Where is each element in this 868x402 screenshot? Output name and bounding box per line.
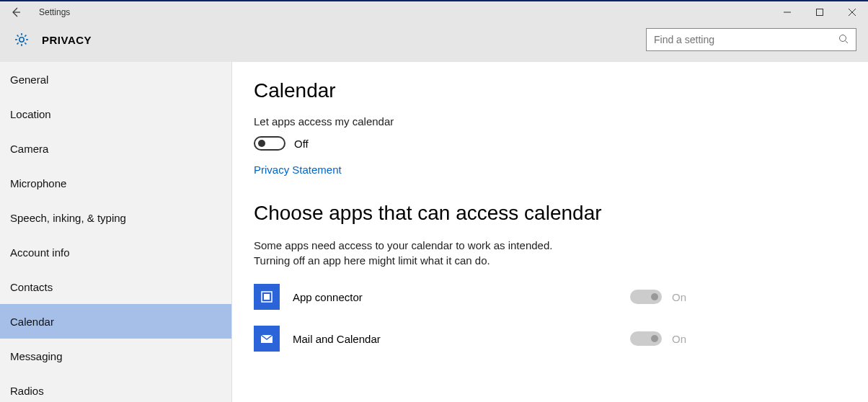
toggle-knob <box>258 140 265 147</box>
sidebar-item-general[interactable]: General <box>0 62 231 97</box>
app-row-connector: App connector On <box>254 284 846 310</box>
desc-line1: Some apps need access to your calendar t… <box>254 239 552 251</box>
privacy-statement-link[interactable]: Privacy Statement <box>254 164 342 176</box>
svg-rect-4 <box>264 294 270 300</box>
sidebar-item-radios[interactable]: Radios <box>0 373 231 402</box>
minimize-button[interactable] <box>771 1 803 23</box>
gear-icon <box>12 30 32 50</box>
window-controls <box>771 1 868 23</box>
access-label: Let apps access my calendar <box>254 115 846 128</box>
sidebar-item-location[interactable]: Location <box>0 97 231 131</box>
sidebar: General Location Camera Microphone Speec… <box>0 62 232 402</box>
sidebar-item-label: Contacts <box>10 281 53 293</box>
sidebar-item-account[interactable]: Account info <box>0 235 231 269</box>
mail-toggle[interactable] <box>630 331 662 346</box>
search-input[interactable] <box>654 34 838 45</box>
main-panel: Calendar Let apps access my calendar Off… <box>232 62 868 402</box>
sidebar-item-speech[interactable]: Speech, inking, & typing <box>0 200 231 235</box>
close-icon <box>849 9 856 16</box>
app-name: App connector <box>293 291 363 303</box>
sidebar-item-calendar[interactable]: Calendar <box>0 304 231 339</box>
sidebar-item-label: Camera <box>10 143 48 155</box>
sidebar-item-label: Location <box>10 108 51 120</box>
access-toggle-state: Off <box>294 138 309 150</box>
sidebar-item-label: General <box>10 73 48 86</box>
app-connector-icon <box>254 284 280 310</box>
sidebar-item-label: Messaging <box>10 350 63 362</box>
sidebar-item-label: Radios <box>10 385 44 397</box>
sidebar-item-messaging[interactable]: Messaging <box>0 339 231 373</box>
sidebar-item-microphone[interactable]: Microphone <box>0 166 231 200</box>
app-connector-toggle-state: On <box>672 291 686 303</box>
sidebar-item-contacts[interactable]: Contacts <box>0 269 231 304</box>
content-area: General Location Camera Microphone Speec… <box>0 62 868 402</box>
choose-apps-title: Choose apps that can access calendar <box>254 202 846 225</box>
access-toggle-row: Off <box>254 136 846 151</box>
app-name: Mail and Calendar <box>293 333 381 345</box>
maximize-icon <box>816 9 823 16</box>
sidebar-item-label: Speech, inking, & typing <box>10 212 126 224</box>
toggle-knob <box>651 293 658 300</box>
svg-rect-0 <box>816 9 823 16</box>
sidebar-item-label: Calendar <box>10 316 54 328</box>
section-title: Calendar <box>254 79 846 102</box>
desc-line2: Turning off an app here might limit what… <box>254 254 490 267</box>
svg-point-2 <box>840 35 846 41</box>
arrow-left-icon <box>10 6 22 18</box>
sidebar-item-camera[interactable]: Camera <box>0 131 231 166</box>
headerbar: PRIVACY <box>0 23 868 62</box>
back-button[interactable] <box>7 4 25 21</box>
app-connector-toggle[interactable] <box>630 290 662 304</box>
svg-point-1 <box>19 37 24 42</box>
sidebar-item-label: Microphone <box>10 177 66 189</box>
window-title: Settings <box>39 7 70 17</box>
app-row-mail: Mail and Calendar On <box>254 326 846 352</box>
titlebar: Settings <box>0 1 868 23</box>
minimize-icon <box>784 9 791 16</box>
page-title: PRIVACY <box>42 34 92 46</box>
search-box[interactable] <box>646 28 856 51</box>
access-toggle[interactable] <box>254 136 285 151</box>
sidebar-item-label: Account info <box>10 246 70 259</box>
maximize-button[interactable] <box>803 1 836 23</box>
search-icon <box>838 34 849 46</box>
mail-toggle-state: On <box>672 333 686 345</box>
close-button[interactable] <box>836 1 868 23</box>
mail-icon <box>254 326 280 352</box>
choose-apps-desc: Some apps need access to your calendar t… <box>254 238 629 268</box>
toggle-knob <box>651 335 658 342</box>
